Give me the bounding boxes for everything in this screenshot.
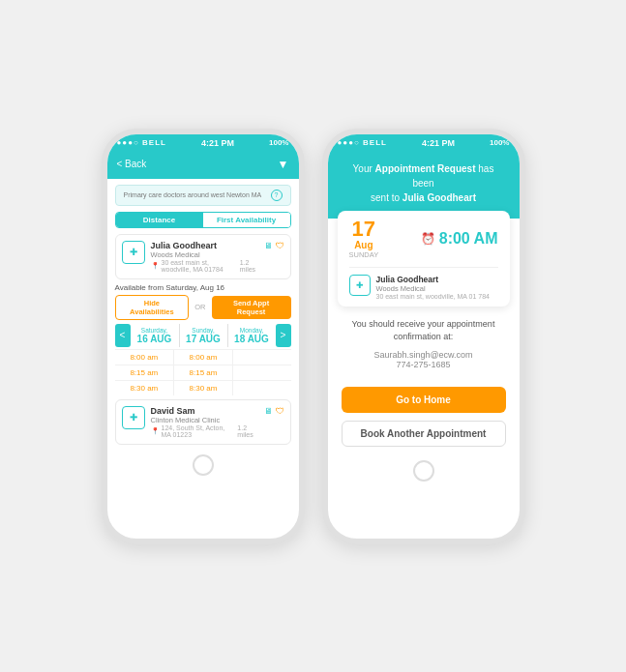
- book-another-appointment-button[interactable]: Book Another Appointment: [342, 421, 506, 447]
- doctor-card-1: ✚ Julia Goodheart Woods Medical 📍 30 eas…: [115, 234, 291, 279]
- left-home-button[interactable]: [193, 454, 214, 476]
- left-battery: 100%: [269, 138, 288, 147]
- time-row-1: 8:00 am 8:00 am -: [115, 349, 291, 365]
- cal-day-2[interactable]: Sunday, 17 AUG: [179, 324, 227, 347]
- time-cell-3-1[interactable]: 8:30 am: [115, 381, 174, 395]
- back-button[interactable]: < Back: [117, 159, 147, 169]
- right-doctor-address: 30 east main st, woodville, MA 01 784: [376, 293, 491, 300]
- date-block: 17 Aug Sunday: [349, 219, 379, 259]
- calendar-days: Saturday, 16 AUG Sunday, 17 AUG Monday, …: [131, 324, 276, 347]
- monitor-icon: 🖥: [264, 241, 273, 250]
- filter-icon[interactable]: ▼: [278, 158, 289, 171]
- doctor-clinic-1: Woods Medical: [151, 250, 258, 259]
- doctor-icon-2: ✚: [122, 406, 145, 429]
- time-cell-1-3: -: [232, 350, 291, 365]
- date-number: 17: [349, 219, 379, 240]
- time-row-3: 8:30 am 8:30 am -: [115, 380, 291, 395]
- date-month: Aug: [349, 240, 379, 250]
- time-cell-2-3: -: [232, 365, 291, 380]
- doctor-badges-2: 🖥 🛡: [264, 406, 284, 416]
- time-block: ⏰ 8:00 AM: [421, 230, 498, 248]
- right-doctor-clinic: Woods Medical: [376, 284, 491, 293]
- time-row-2: 8:15 am 8:15 am -: [115, 365, 291, 380]
- doctor-name-1: Julia Goodheart: [151, 241, 258, 250]
- doctor-info-right: Julia Goodheart Woods Medical 30 east ma…: [376, 275, 491, 300]
- date-time-row: 17 Aug Sunday ⏰ 8:00 AM: [338, 211, 510, 267]
- shield-icon-2: 🛡: [276, 406, 284, 416]
- time-cell-1-2[interactable]: 8:00 am: [173, 350, 232, 365]
- doctor-clinic-2: Clinton Medical Clinic: [151, 416, 258, 424]
- doctor-info-2: David Sam Clinton Medical Clinic 📍 124, …: [151, 406, 258, 438]
- right-signal: ●●●○ BELL: [338, 138, 387, 147]
- doctor-name-2: David Sam: [151, 406, 258, 416]
- monitor-icon-2: 🖥: [264, 406, 273, 416]
- confirmation-phone: 774-275-1685: [342, 360, 506, 369]
- right-time: 4:21 PM: [422, 138, 455, 148]
- time-cell-3-2[interactable]: 8:30 am: [173, 381, 232, 395]
- time-cell-2-1[interactable]: 8:15 am: [115, 365, 174, 380]
- date-time-card: 17 Aug Sunday ⏰ 8:00 AM ✚ Julia Goodhear…: [338, 211, 510, 307]
- time-cell-2-2[interactable]: 8:15 am: [173, 365, 232, 380]
- availability-text: Available from Saturday, Aug 16: [115, 283, 291, 292]
- tab-distance[interactable]: Distance: [116, 213, 203, 227]
- doctor-address-2: 📍 124, South St, Acton, MA 01223 1.2 mil…: [151, 424, 258, 438]
- right-home-button[interactable]: [413, 460, 434, 482]
- doctor-icon-1: ✚: [122, 241, 145, 264]
- time-cell-3-3: -: [232, 381, 291, 395]
- or-label: OR: [194, 303, 205, 311]
- left-header: < Back ▼: [107, 152, 299, 179]
- help-icon[interactable]: ?: [271, 190, 283, 201]
- shield-icon-1: 🛡: [276, 241, 284, 250]
- right-doctor-name: Julia Goodheart: [376, 275, 491, 284]
- time-slots: 8:00 am 8:00 am - 8:15 am 8:15 am - 8:30…: [115, 349, 291, 395]
- right-battery: 100%: [490, 138, 509, 147]
- left-time: 4:21 PM: [201, 138, 234, 148]
- cal-day-3[interactable]: Monday, 18 AUG: [227, 324, 276, 347]
- doctor-card-right: ✚ Julia Goodheart Woods Medical 30 east …: [338, 268, 510, 307]
- appointment-time: 8:00 AM: [439, 230, 498, 248]
- doctor-info-1: Julia Goodheart Woods Medical 📍 30 east …: [151, 241, 258, 273]
- clock-icon: ⏰: [421, 232, 435, 246]
- tab-first-availability[interactable]: First Availability: [203, 213, 290, 227]
- doctor-badges-1: 🖥 🛡: [264, 241, 284, 250]
- right-phone: ●●●○ BELL 4:21 PM 100% Your Appointment …: [322, 129, 525, 544]
- confirmation-email: Saurabh.singh@ecw.com: [342, 350, 506, 360]
- right-status-bar: ●●●○ BELL 4:21 PM 100%: [328, 134, 520, 152]
- confirmation-message: You should receive your appointmentconfi…: [342, 318, 506, 344]
- search-bar: Primary care doctors around west Newton …: [115, 185, 291, 206]
- doctor-card-2: ✚ David Sam Clinton Medical Clinic 📍 124…: [115, 399, 291, 445]
- confirmation-header-text: Your Appointment Request has beensent to…: [342, 161, 506, 205]
- send-appt-request-button[interactable]: Send Appt Request: [212, 296, 291, 319]
- tab-buttons: Distance First Availability: [115, 212, 291, 228]
- action-row: Hide Availabilities OR Send Appt Request: [115, 295, 291, 320]
- date-day: Sunday: [349, 250, 379, 259]
- confirmation-section: You should receive your appointmentconfi…: [328, 307, 520, 387]
- pin-icon-1: 📍: [151, 262, 160, 270]
- go-to-home-button[interactable]: Go to Home: [342, 387, 506, 413]
- doctor-icon-right: ✚: [349, 275, 371, 296]
- back-label: < Back: [117, 159, 147, 169]
- right-home-area: [328, 454, 520, 491]
- left-phone: ●●●○ BELL 4:21 PM 100% < Back ▼ Primary …: [102, 129, 305, 544]
- hide-availabilities-button[interactable]: Hide Availabilities: [115, 295, 190, 320]
- left-home-area: [107, 449, 299, 485]
- left-signal: ●●●○ BELL: [117, 138, 166, 147]
- pin-icon-2: 📍: [151, 427, 160, 435]
- time-cell-1-1[interactable]: 8:00 am: [115, 350, 174, 365]
- right-header: Your Appointment Request has beensent to…: [328, 152, 520, 219]
- calendar-nav: < Saturday, 16 AUG Sunday, 17 AUG Monday…: [115, 324, 291, 347]
- cal-day-1[interactable]: Saturday, 16 AUG: [131, 324, 179, 347]
- left-status-bar: ●●●○ BELL 4:21 PM 100%: [107, 134, 299, 152]
- cal-prev-button[interactable]: <: [115, 324, 131, 347]
- doctor-address-1: 📍 30 east main st, woodville, MA 01784 1…: [151, 259, 258, 273]
- search-text: Primary care doctors around west Newton …: [124, 191, 262, 198]
- cal-next-button[interactable]: >: [276, 324, 291, 347]
